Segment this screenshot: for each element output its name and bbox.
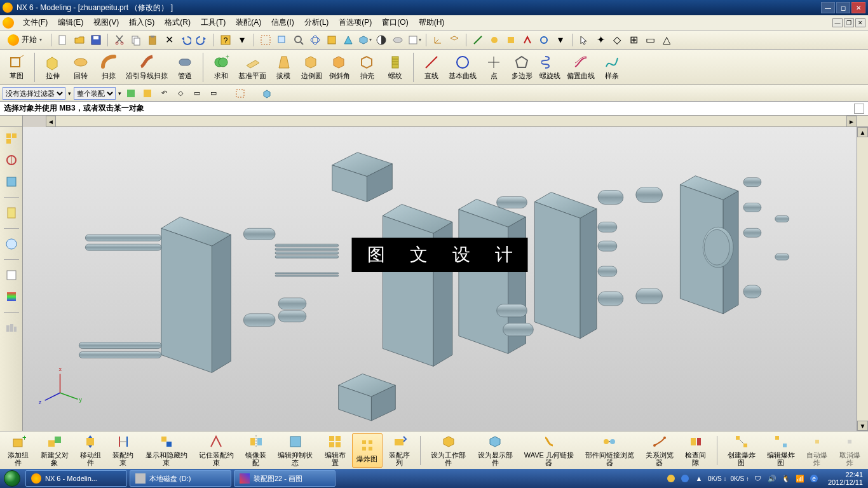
move-component-button[interactable]: 移动组件 [75,433,106,468]
tray-icon[interactable]: 🐧 [781,473,791,484]
filter-btn2[interactable] [140,86,154,100]
datum-plane-button[interactable]: 基准平面 [235,51,269,84]
tray-icon[interactable] [666,473,676,484]
prompt-toggle-button[interactable] [854,104,864,114]
fit-button[interactable] [258,32,273,48]
view-cube-button[interactable] [260,86,274,100]
menu-format[interactable]: 格式(R) [159,16,196,29]
open-button[interactable] [72,32,87,48]
menu-preferences[interactable]: 首选项(P) [334,16,377,29]
show-hide-constraint-button[interactable]: 显示和隐藏约束 [140,433,193,468]
filter-btn1[interactable] [124,86,138,100]
pan-button[interactable] [324,32,339,48]
windows-start-button[interactable] [0,469,24,488]
guide-sweep-button[interactable]: 沿引导线扫掠 [123,51,171,84]
close-button[interactable]: ✕ [851,2,865,13]
tray-icon[interactable]: 🔊 [767,473,777,484]
measure1-button[interactable] [470,32,485,48]
measure2-button[interactable] [487,32,502,48]
scroll-down-button[interactable]: ▼ [857,421,868,431]
point-button[interactable]: 点 [480,51,508,84]
maximize-button[interactable]: ◻ [836,2,850,13]
vertical-ruler[interactable]: ▲ ▼ [857,127,868,431]
menu-analysis[interactable]: 分析(L) [299,16,334,29]
basic-curve-button[interactable]: 基本曲线 [445,51,480,84]
rotate-button[interactable] [308,32,323,48]
mdi-restore-button[interactable]: ❐ [844,18,854,27]
rect-select-button[interactable] [233,86,247,100]
select-arrow-button[interactable] [576,32,592,48]
taskbar-item-explorer[interactable]: 本地磁盘 (D:) [130,470,231,487]
hd3d-tab[interactable] [3,235,20,253]
wcs-button[interactable] [430,32,445,48]
taskbar-item-nx[interactable]: NX 6 - Modelin... [25,470,127,487]
draft-button[interactable]: 拔模 [269,51,297,84]
menu-file[interactable]: 文件(F) [18,16,53,29]
measure4-button[interactable] [520,32,535,48]
filter-btn5[interactable]: ▭ [190,86,204,100]
work-part-button[interactable]: 设为工作部件 [426,433,471,468]
tube-button[interactable]: 管道 [171,51,199,84]
command-finder-button[interactable]: ? [218,32,233,48]
tray-icon[interactable] [680,473,690,484]
scroll-right-button[interactable]: ► [846,116,857,127]
undo-button[interactable] [178,32,193,48]
helix-button[interactable]: 螺旋线 [536,51,564,84]
menu-tools[interactable]: 工具(T) [196,16,231,29]
wcs-orient-button[interactable] [447,32,462,48]
cut-button[interactable] [112,32,127,48]
constraint-navigator-tab[interactable] [3,151,20,169]
taskbar-item-paint[interactable]: 装配图22 - 画图 [234,470,336,487]
relation-browser-button[interactable]: 关系浏览器 [641,433,679,468]
auto-explode-button[interactable]: 自动爆炸 [801,433,832,468]
clearance-check-button[interactable]: 检查间隙 [680,433,711,468]
remember-constraint-button[interactable]: 记住装配约束 [194,433,239,468]
mirror-assembly-button[interactable]: 镜像装配 [240,433,271,468]
save-button[interactable] [88,32,104,48]
reuse-library-tab[interactable] [3,204,20,222]
menu-window[interactable]: 窗口(O) [377,16,413,29]
filter-btn4[interactable]: ◇ [173,86,187,100]
assembly-constraint-button[interactable]: 装配约束 [107,433,139,468]
edge-blend-button[interactable]: 边倒圆 [297,51,325,84]
measure3-button[interactable] [503,32,519,48]
history-tab[interactable] [3,288,20,306]
interpart-browser-button[interactable]: 部件间链接浏览器 [580,433,639,468]
edit-arrangement-button[interactable]: 编辑布置 [320,433,351,468]
filter-btn3[interactable]: ↶ [157,86,171,100]
browser-tab[interactable] [3,266,20,284]
line-button[interactable]: 直线 [417,51,445,84]
menu-edit[interactable]: 编辑(E) [53,16,88,29]
measure6-button[interactable]: ▾ [553,32,568,48]
thread-button[interactable]: 螺纹 [381,51,409,84]
menu-view[interactable]: 视图(V) [88,16,124,29]
snap1-button[interactable]: ✦ [593,32,608,48]
background-button[interactable] [374,32,389,48]
filter-btn6[interactable]: ▭ [207,86,220,100]
snap3-button[interactable]: ⊞ [626,32,641,48]
paste-button[interactable] [145,32,160,48]
chamfer-button[interactable]: 倒斜角 [325,51,353,84]
start-menu-button[interactable]: 开始 ▾ [3,33,47,47]
display-part-button[interactable]: 设为显示部件 [473,433,518,468]
spline-button[interactable]: 样条 [598,51,626,84]
minimize-button[interactable]: — [821,2,835,13]
assembly-scope-dropdown[interactable]: 整个装配 [74,87,116,100]
perspective-button[interactable] [341,32,356,48]
mdi-minimize-button[interactable]: — [832,18,843,27]
zoom-button[interactable] [291,32,306,48]
tray-icon[interactable]: 🛡 [753,473,763,484]
extrude-button[interactable]: 拉伸 [39,51,67,84]
wave-linker-button[interactable]: WAVE 几何链接器 [519,433,579,468]
mdi-close-button[interactable]: ✕ [855,18,865,27]
unexplode-button[interactable]: 取消爆炸 [834,433,865,468]
create-explode-button[interactable]: 创建爆炸图 [722,433,760,468]
snap4-button[interactable]: ▭ [642,32,658,48]
roles-tab[interactable] [3,319,20,337]
redo-button[interactable] [194,32,210,48]
taskbar-clock[interactable]: 22:41 2012/12/11 [823,471,868,486]
edit-explode-button[interactable]: 编辑爆炸图 [762,433,800,468]
assembly-sequence-button[interactable]: 装配序列 [384,433,415,468]
graphics-viewport[interactable]: x y z [23,127,857,431]
menu-info[interactable]: 信息(I) [266,16,299,29]
